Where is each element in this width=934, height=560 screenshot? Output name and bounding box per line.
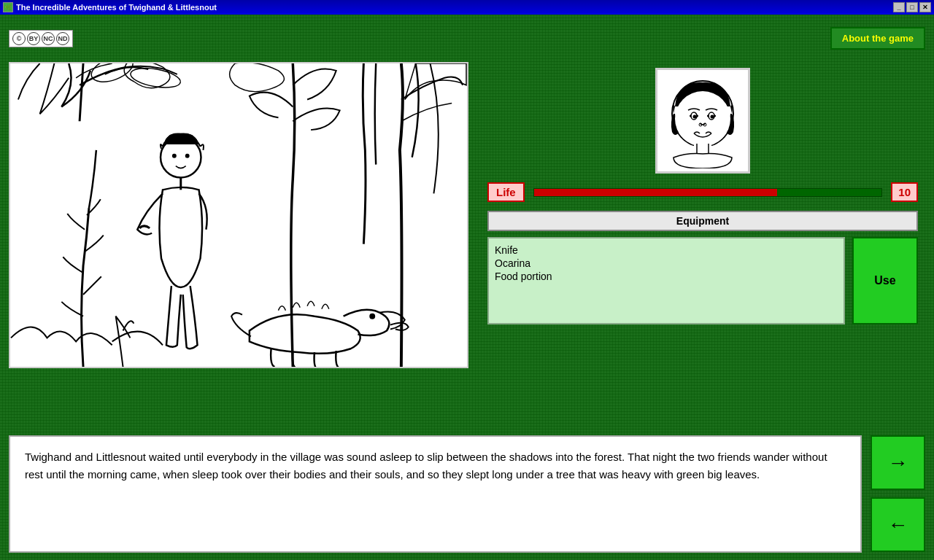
equipment-row: Knife Ocarina Food portion Use (487, 237, 918, 324)
equipment-section: Equipment Knife Ocarina Food portion Use (480, 211, 925, 324)
use-button[interactable]: Use (852, 237, 918, 324)
svg-point-5 (185, 154, 190, 158)
next-button[interactable]: → (871, 435, 925, 490)
story-text: Twighand and Littlesnout waited until ev… (25, 451, 827, 481)
life-label: Life (487, 182, 525, 202)
main-content: Life 10 Equipment Knife Ocarina Food por… (0, 62, 934, 427)
life-row: Life 10 (480, 182, 925, 202)
svg-point-4 (172, 154, 177, 158)
cc-nd-icon: ND (56, 32, 69, 45)
maximize-button[interactable]: □ (906, 2, 918, 12)
nav-buttons: → ← (871, 435, 925, 552)
svg-rect-0 (11, 63, 466, 367)
cc-nc-icon: NC (42, 32, 55, 45)
story-text-box: Twighand and Littlesnout waited until ev… (9, 435, 862, 553)
scene-container (9, 62, 468, 368)
character-portrait (655, 68, 750, 174)
svg-point-9 (675, 91, 730, 147)
window-title: The Incredible Adventures of Twighand & … (16, 3, 890, 12)
prev-button[interactable]: ← (871, 497, 925, 552)
life-bar-container (533, 188, 883, 197)
life-value: 10 (891, 182, 918, 202)
top-bar: © BY NC ND About the game (0, 15, 934, 62)
minimize-button[interactable]: _ (893, 2, 905, 12)
window-titlebar: 🌿 The Incredible Adventures of Twighand … (0, 0, 934, 15)
cc-license: © BY NC ND (9, 30, 73, 47)
about-button[interactable]: About the game (830, 27, 925, 50)
equipment-item-ocarina[interactable]: Ocarina (495, 257, 838, 269)
equipment-item-knife[interactable]: Knife (495, 244, 838, 256)
bottom-section: Twighand and Littlesnout waited until ev… (0, 427, 934, 560)
cc-box: © BY NC ND (9, 30, 73, 47)
svg-point-7 (369, 314, 375, 319)
scene-artwork (10, 63, 467, 367)
portrait-artwork (659, 74, 746, 168)
game-area: © BY NC ND About the game (0, 15, 934, 560)
cc-by-icon: BY (27, 32, 40, 45)
life-bar-fill (534, 189, 778, 196)
svg-point-12 (693, 114, 697, 118)
equipment-item-food[interactable]: Food portion (495, 271, 838, 282)
window-icon: 🌿 (3, 2, 13, 12)
close-button[interactable]: ✕ (919, 2, 931, 12)
svg-point-13 (711, 114, 714, 118)
right-panel: Life 10 Equipment Knife Ocarina Food por… (480, 62, 925, 427)
equipment-list[interactable]: Knife Ocarina Food portion (487, 237, 845, 324)
equipment-label: Equipment (487, 211, 918, 231)
cc-icon: © (12, 32, 26, 45)
window-controls[interactable]: _ □ ✕ (893, 2, 931, 12)
